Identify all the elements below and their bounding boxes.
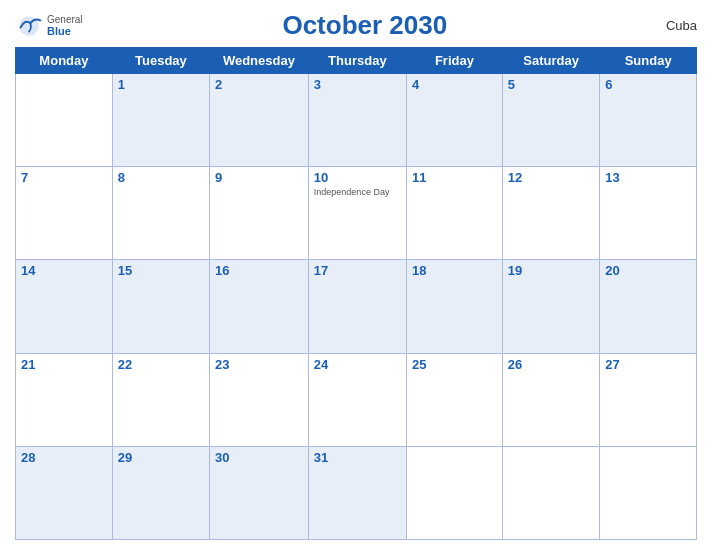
calendar-cell: 27 <box>600 353 697 446</box>
calendar-cell: 26 <box>502 353 599 446</box>
day-number: 2 <box>215 77 222 92</box>
calendar-cell: 11 <box>406 167 502 260</box>
weekday-header-row: MondayTuesdayWednesdayThursdayFridaySatu… <box>16 48 697 74</box>
logo-general-text: General <box>47 14 83 25</box>
calendar-cell <box>16 74 113 167</box>
weekday-header-sunday: Sunday <box>600 48 697 74</box>
calendar-cell: 13 <box>600 167 697 260</box>
calendar-week-row: 28293031 <box>16 446 697 539</box>
logo-text: General Blue <box>47 14 83 37</box>
calendar-cell: 25 <box>406 353 502 446</box>
day-number: 1 <box>118 77 125 92</box>
day-number: 5 <box>508 77 515 92</box>
day-number: 19 <box>508 263 522 278</box>
day-number: 9 <box>215 170 222 185</box>
day-number: 23 <box>215 357 229 372</box>
day-number: 29 <box>118 450 132 465</box>
day-number: 21 <box>21 357 35 372</box>
calendar-cell: 18 <box>406 260 502 353</box>
weekday-header-friday: Friday <box>406 48 502 74</box>
calendar-cell: 9 <box>209 167 308 260</box>
calendar-week-row: 14151617181920 <box>16 260 697 353</box>
logo: General Blue <box>15 12 83 40</box>
day-number: 25 <box>412 357 426 372</box>
weekday-header-tuesday: Tuesday <box>112 48 209 74</box>
calendar-cell: 7 <box>16 167 113 260</box>
calendar-cell: 4 <box>406 74 502 167</box>
day-number: 13 <box>605 170 619 185</box>
calendar-table: MondayTuesdayWednesdayThursdayFridaySatu… <box>15 47 697 540</box>
day-number: 17 <box>314 263 328 278</box>
calendar-header: General Blue October 2030 Cuba <box>15 10 697 41</box>
weekday-header-wednesday: Wednesday <box>209 48 308 74</box>
day-number: 12 <box>508 170 522 185</box>
calendar-cell <box>406 446 502 539</box>
calendar-cell <box>600 446 697 539</box>
calendar-cell: 1 <box>112 74 209 167</box>
day-number: 28 <box>21 450 35 465</box>
day-number: 20 <box>605 263 619 278</box>
calendar-week-row: 123456 <box>16 74 697 167</box>
day-number: 24 <box>314 357 328 372</box>
day-number: 26 <box>508 357 522 372</box>
day-number: 15 <box>118 263 132 278</box>
day-number: 11 <box>412 170 426 185</box>
day-number: 31 <box>314 450 328 465</box>
calendar-cell: 30 <box>209 446 308 539</box>
calendar-cell: 17 <box>308 260 406 353</box>
calendar-cell <box>502 446 599 539</box>
calendar-cell: 21 <box>16 353 113 446</box>
logo-blue-text: Blue <box>47 25 83 37</box>
day-number: 16 <box>215 263 229 278</box>
calendar-cell: 8 <box>112 167 209 260</box>
calendar-cell: 29 <box>112 446 209 539</box>
calendar-week-row: 21222324252627 <box>16 353 697 446</box>
calendar-cell: 5 <box>502 74 599 167</box>
day-number: 27 <box>605 357 619 372</box>
calendar-cell: 28 <box>16 446 113 539</box>
day-number: 7 <box>21 170 28 185</box>
calendar-cell: 23 <box>209 353 308 446</box>
day-number: 8 <box>118 170 125 185</box>
day-number: 14 <box>21 263 35 278</box>
day-number: 10 <box>314 170 328 185</box>
calendar-cell: 22 <box>112 353 209 446</box>
country-label: Cuba <box>647 18 697 33</box>
day-number: 22 <box>118 357 132 372</box>
calendar-cell: 20 <box>600 260 697 353</box>
calendar-page: General Blue October 2030 Cuba MondayTue… <box>0 0 712 550</box>
calendar-title: October 2030 <box>83 10 647 41</box>
weekday-header-thursday: Thursday <box>308 48 406 74</box>
calendar-cell: 31 <box>308 446 406 539</box>
day-number: 4 <box>412 77 419 92</box>
calendar-cell: 10Independence Day <box>308 167 406 260</box>
calendar-cell: 14 <box>16 260 113 353</box>
calendar-cell: 19 <box>502 260 599 353</box>
calendar-cell: 15 <box>112 260 209 353</box>
weekday-header-monday: Monday <box>16 48 113 74</box>
calendar-cell: 24 <box>308 353 406 446</box>
calendar-cell: 6 <box>600 74 697 167</box>
day-number: 18 <box>412 263 426 278</box>
logo-icon <box>15 12 43 40</box>
day-number: 6 <box>605 77 612 92</box>
day-number: 3 <box>314 77 321 92</box>
calendar-cell: 2 <box>209 74 308 167</box>
holiday-label: Independence Day <box>314 187 401 198</box>
calendar-cell: 12 <box>502 167 599 260</box>
calendar-week-row: 78910Independence Day111213 <box>16 167 697 260</box>
calendar-cell: 3 <box>308 74 406 167</box>
calendar-cell: 16 <box>209 260 308 353</box>
weekday-header-saturday: Saturday <box>502 48 599 74</box>
day-number: 30 <box>215 450 229 465</box>
